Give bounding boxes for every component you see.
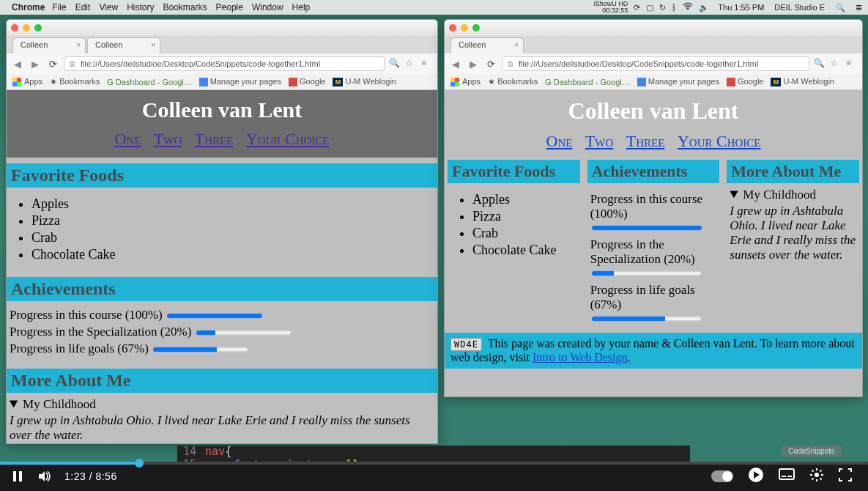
- search-icon[interactable]: 🔍: [389, 58, 401, 70]
- menu-bookmarks[interactable]: Bookmarks: [163, 2, 207, 12]
- fullscreen-button[interactable]: [839, 468, 852, 484]
- page-document: Colleen van Lent One Two Three Your Choi…: [445, 90, 862, 396]
- star-icon[interactable]: ☆: [405, 58, 417, 70]
- menu-icon[interactable]: ≡: [421, 58, 433, 70]
- video-progress-fill: [0, 462, 139, 465]
- bookmark-item[interactable]: ★ Bookmarks: [488, 77, 538, 86]
- browser-tab[interactable]: Colleen×: [12, 37, 86, 53]
- nav-link[interactable]: Three: [626, 132, 665, 150]
- svg-rect-1: [13, 471, 16, 481]
- desktop-folder-label[interactable]: CodeSnippets: [781, 446, 842, 457]
- reload-button[interactable]: ⟳: [484, 57, 497, 70]
- tab-close-icon[interactable]: ×: [514, 41, 519, 49]
- address-bar[interactable]: 🗎 file:///Users/deilstudioe/Desktop/Code…: [502, 56, 809, 71]
- window-titlebar[interactable]: [445, 20, 862, 36]
- settings-button[interactable]: [809, 468, 824, 485]
- nav-link[interactable]: One: [115, 130, 141, 148]
- bookmark-item[interactable]: Manage your pages: [199, 77, 281, 86]
- browser-tab[interactable]: Colleen×: [450, 37, 524, 53]
- details-summary[interactable]: My Childhood: [730, 188, 856, 202]
- page-header: Colleen van Lent One Two Three Your Choi…: [445, 90, 862, 160]
- autoplay-toggle[interactable]: [711, 470, 733, 482]
- wifi-icon[interactable]: [683, 1, 693, 13]
- nav-link[interactable]: Your Choice: [678, 132, 761, 150]
- notification-center-icon[interactable]: ≣: [856, 3, 862, 12]
- star-icon[interactable]: ☆: [830, 58, 842, 70]
- next-button[interactable]: [748, 467, 764, 486]
- apps-button[interactable]: Apps: [12, 77, 42, 86]
- video-progress-track[interactable]: [0, 462, 868, 465]
- display-icon[interactable]: ▢: [646, 3, 653, 12]
- svg-marker-3: [39, 471, 45, 481]
- menu-help[interactable]: Help: [292, 2, 311, 12]
- bookmarks-bar: Apps ★ Bookmarks G Dashboard - Googl… Ma…: [7, 74, 437, 90]
- bookmark-item[interactable]: Google: [289, 77, 325, 86]
- primary-nav: One Two Three Your Choice: [10, 130, 434, 149]
- bluetooth-icon[interactable]: ᛒ: [672, 3, 677, 12]
- nav-link[interactable]: One: [546, 132, 573, 150]
- apps-button[interactable]: Apps: [450, 77, 481, 86]
- menu-history[interactable]: History: [127, 2, 154, 12]
- volume-icon[interactable]: 🔈: [699, 3, 709, 12]
- menu-file[interactable]: File: [52, 2, 66, 12]
- tab-close-icon[interactable]: ×: [76, 41, 81, 49]
- menu-window[interactable]: Window: [252, 2, 283, 12]
- details-body: I grew up in Ashtabula Ohio. I lived nea…: [730, 204, 856, 262]
- zoom-icon[interactable]: [472, 24, 480, 32]
- close-icon[interactable]: [449, 24, 456, 32]
- spotlight-icon[interactable]: 🔍: [835, 3, 845, 12]
- video-progress-thumb[interactable]: [135, 459, 144, 468]
- tab-strip: Colleen× Colleen×: [7, 36, 437, 53]
- details-childhood[interactable]: My Childhood I grew up in Ashtabula Ohio…: [727, 183, 859, 267]
- menubar-user[interactable]: DEIL Studio E: [774, 3, 825, 12]
- search-icon[interactable]: 🔍: [814, 58, 826, 70]
- url-text: file:///Users/deilstudioe/Desktop/CodeSn…: [519, 59, 758, 68]
- details-childhood[interactable]: My Childhood I grew up in Ashtabula Ohio…: [7, 393, 437, 443]
- menu-icon[interactable]: ≡: [846, 58, 858, 70]
- close-icon[interactable]: [11, 24, 18, 32]
- tray-recorder[interactable]: iShowU HD00:32:55: [594, 1, 628, 14]
- progress-label: Progress in life goals (67%): [590, 283, 695, 311]
- window-titlebar[interactable]: [7, 20, 437, 36]
- bookmark-item[interactable]: MU-M Weblogin: [333, 77, 396, 86]
- reload-button[interactable]: ⟳: [46, 57, 59, 70]
- nav-link[interactable]: Three: [195, 130, 234, 148]
- progress-bar: [167, 311, 262, 321]
- footer-text: This page was created by your name & Col…: [450, 337, 855, 363]
- captions-button[interactable]: [779, 468, 795, 484]
- back-button[interactable]: ◀: [449, 57, 462, 70]
- bookmark-item[interactable]: G Dashboard - Googl…: [107, 78, 192, 86]
- browser-window-left: Colleen× Colleen× ◀ ▶ ⟳ 🗎 file:///Users/…: [6, 19, 438, 444]
- pause-button[interactable]: [9, 468, 26, 485]
- minimize-icon[interactable]: [23, 24, 30, 32]
- nav-link[interactable]: Two: [154, 130, 182, 148]
- svg-rect-2: [19, 471, 22, 481]
- sync-icon[interactable]: ⟳: [634, 3, 640, 12]
- browser-tab[interactable]: Colleen×: [87, 37, 160, 53]
- bookmark-item[interactable]: Manage your pages: [637, 77, 719, 86]
- menu-view[interactable]: View: [99, 2, 118, 12]
- bookmark-item[interactable]: G Dashboard - Googl…: [545, 78, 630, 86]
- minimize-icon[interactable]: [461, 24, 468, 32]
- bookmark-item[interactable]: MU-M Weblogin: [771, 77, 834, 86]
- menubar-clock[interactable]: Thu 1:55 PM: [718, 3, 764, 12]
- list-item: Crab: [31, 230, 437, 246]
- details-summary[interactable]: My Childhood: [10, 397, 434, 412]
- menu-people[interactable]: People: [216, 2, 243, 12]
- tab-close-icon[interactable]: ×: [151, 41, 155, 49]
- timemachine-icon[interactable]: ↻: [659, 3, 666, 12]
- bookmark-item[interactable]: ★ Bookmarks: [50, 77, 100, 86]
- tab-label: Colleen: [95, 40, 122, 49]
- footer-link[interactable]: Intro to Web Design: [533, 351, 628, 363]
- volume-button[interactable]: [37, 468, 54, 485]
- zoom-icon[interactable]: [34, 24, 42, 32]
- menu-edit[interactable]: Edit: [75, 2, 91, 12]
- address-bar[interactable]: 🗎 file:///Users/deilstudioe/Desktop/Code…: [64, 56, 385, 71]
- nav-link[interactable]: Two: [585, 132, 613, 150]
- nav-link[interactable]: Your Choice: [246, 130, 330, 148]
- code-selector: nav: [205, 446, 225, 458]
- back-button[interactable]: ◀: [11, 57, 24, 70]
- menubar-app[interactable]: Chrome: [12, 2, 45, 12]
- bookmark-item[interactable]: Google: [727, 77, 763, 86]
- section-heading-more: More About Me: [727, 160, 859, 183]
